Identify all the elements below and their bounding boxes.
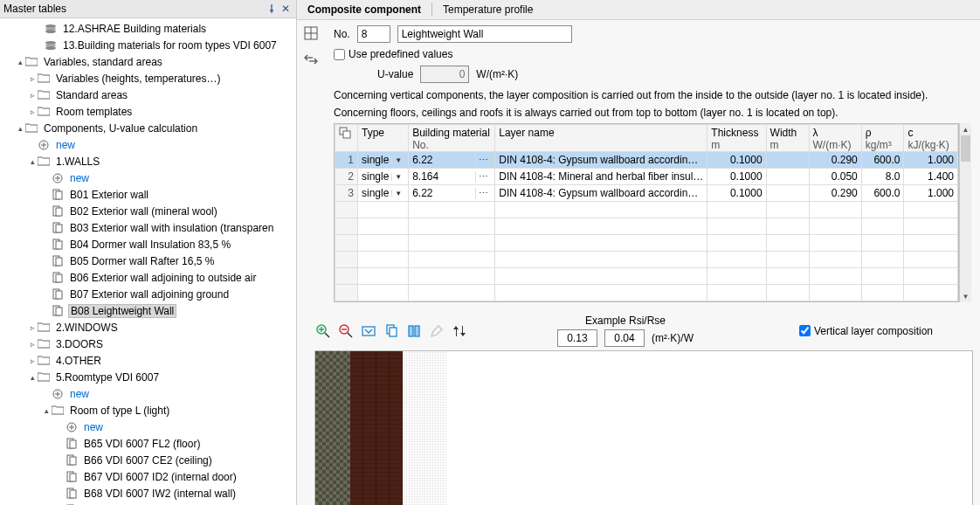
col-header-lambda[interactable]: λW/(m·K)	[809, 125, 861, 152]
cell-type[interactable]: single▼	[358, 169, 409, 185]
tree-item[interactable]: ▹4.OTHER	[0, 352, 296, 369]
tree-item[interactable]: ▴Components, U-value calculation	[0, 120, 296, 136]
tree-item[interactable]: B04 Dormer wall Insulation 83,5 %	[0, 236, 296, 252]
zoom-out-icon[interactable]	[337, 322, 355, 340]
tree-item[interactable]: B66 VDI 6007 CE2 (ceiling)	[0, 452, 296, 468]
expand-caret[interactable]: ▹	[28, 107, 37, 116]
tree-item[interactable]: new	[0, 136, 296, 153]
tree-item[interactable]: 12.ASHRAE Building materials	[0, 20, 296, 37]
cell-lambda[interactable]: 0.290	[809, 152, 861, 169]
tree-item[interactable]: B03 Exterior wall with insulation (trans…	[0, 219, 296, 236]
expand-caret[interactable]: ▹	[28, 74, 37, 83]
col-header-type[interactable]: Type	[358, 125, 409, 152]
cell-building-material[interactable]: 6.22⋯	[409, 152, 495, 169]
tree-item[interactable]: 13.Building materials for room types VDI…	[0, 37, 296, 53]
cell-width[interactable]	[766, 152, 809, 169]
col-header-thickness[interactable]: Thicknessm	[707, 125, 766, 152]
expand-caret[interactable]: ▴	[16, 58, 24, 66]
swap-icon[interactable]	[301, 50, 321, 69]
cell-lambda[interactable]: 0.050	[809, 169, 861, 185]
expand-caret[interactable]: ▴	[42, 406, 51, 415]
table-row-empty[interactable]	[335, 252, 958, 268]
cell-thickness[interactable]: 0.1000	[707, 185, 766, 202]
cell-rho[interactable]: 600.0	[861, 152, 904, 169]
tree-item[interactable]: ▹Variables (heights, temperatures…)	[0, 70, 296, 86]
lookup-icon[interactable]: ⋯	[475, 155, 491, 166]
tree-item[interactable]: B02 Exterior wall (mineral wool)	[0, 203, 296, 219]
expand-caret[interactable]: ▹	[28, 340, 37, 349]
cell-rho[interactable]: 600.0	[861, 185, 904, 202]
col-header-width[interactable]: Widthm	[766, 125, 809, 152]
tree-item[interactable]: B05 Dormer wall Rafter 16,5 %	[0, 252, 296, 269]
tree-item[interactable]: ▹2.WINDOWS	[0, 319, 296, 336]
tree-item[interactable]: B69 VDI 6007 EW2 (external wall)	[0, 502, 296, 505]
tree-item[interactable]: ▹3.DOORS	[0, 336, 296, 352]
pin-icon[interactable]	[265, 2, 279, 16]
tree-item[interactable]: ▴1.WALLS	[0, 153, 296, 169]
tree-item[interactable]: ▴Variables, standard areas	[0, 53, 296, 70]
tree-item[interactable]: ▹Room templates	[0, 103, 296, 120]
fit-icon[interactable]	[360, 322, 377, 340]
tree-item[interactable]: B67 VDI 6007 ID2 (internal door)	[0, 468, 296, 485]
close-icon[interactable]: ✕	[279, 2, 293, 16]
lookup-icon[interactable]: ⋯	[475, 188, 491, 199]
cell-layer-name[interactable]: DIN 4108-4: Gypsum wallboard accordin…	[495, 152, 707, 169]
table-row-empty[interactable]	[335, 285, 958, 301]
col-header-c[interactable]: ckJ/(kg·K)	[904, 125, 958, 152]
rsi-input[interactable]	[557, 329, 597, 347]
dropdown-arrow-icon[interactable]: ▼	[391, 156, 404, 164]
cell-c[interactable]: 1.000	[904, 185, 958, 202]
table-row-empty[interactable]	[335, 268, 958, 285]
predefined-checkbox[interactable]: Use predefined values	[334, 48, 452, 60]
cell-type[interactable]: single▼	[358, 152, 409, 169]
vertical-layer-checkbox[interactable]: Vertical layer composition	[799, 325, 933, 337]
table-row-empty[interactable]	[335, 235, 958, 252]
tree-item[interactable]: new	[0, 169, 296, 186]
cell-building-material[interactable]: 8.164⋯	[409, 169, 495, 185]
cell-rho[interactable]: 8.0	[861, 169, 904, 185]
cell-thickness[interactable]: 0.1000	[707, 152, 766, 169]
grid-scrollbar[interactable]: ▲ ▼	[959, 123, 971, 302]
table-row-empty[interactable]	[335, 202, 958, 218]
tree-item[interactable]: B65 VDI 6007 FL2 (floor)	[0, 435, 296, 452]
col-header-layer-name[interactable]: Layer name	[495, 125, 707, 152]
col-header-building-material[interactable]: Building materialNo.	[409, 125, 495, 152]
expand-caret[interactable]: ▴	[28, 157, 37, 166]
no-input[interactable]	[357, 25, 390, 43]
layers-grid[interactable]: TypeBuilding materialNo.Layer nameThickn…	[334, 123, 959, 302]
tree-item[interactable]: ▴Room of type L (light)	[0, 402, 296, 419]
expand-caret[interactable]: ▹	[28, 356, 37, 365]
cell-layer-name[interactable]: DIN 4108-4: Mineral and herbal fiber ins…	[495, 169, 707, 185]
dropdown-arrow-icon[interactable]: ▼	[391, 173, 404, 181]
cell-thickness[interactable]: 0.1000	[707, 169, 766, 185]
cell-type[interactable]: single▼	[358, 185, 409, 202]
tree-item[interactable]: new	[0, 385, 296, 402]
tab-temperature-profile[interactable]: Temperature profile	[432, 0, 543, 19]
table-row[interactable]: 1single▼6.22⋯DIN 4108-4: Gypsum wallboar…	[335, 152, 958, 169]
copy-icon[interactable]	[383, 322, 400, 340]
table-row[interactable]: 2single▼8.164⋯DIN 4108-4: Mineral and he…	[335, 169, 958, 185]
cell-c[interactable]: 1.400	[904, 169, 958, 185]
expand-caret[interactable]: ▴	[28, 373, 37, 382]
tab-composite-component[interactable]: Composite component	[297, 0, 431, 19]
name-input[interactable]	[397, 25, 572, 43]
lookup-icon[interactable]: ⋯	[475, 171, 491, 183]
cell-width[interactable]	[766, 169, 809, 185]
col-header-clone[interactable]	[335, 125, 358, 152]
cell-width[interactable]	[766, 185, 809, 202]
cell-layer-name[interactable]: DIN 4108-4: Gypsum wallboard accordin…	[495, 185, 707, 202]
columns-icon[interactable]	[405, 322, 423, 340]
tree-item[interactable]: ▴5.Roomtype VDI 6007	[0, 369, 296, 385]
expand-caret[interactable]: ▹	[28, 91, 37, 100]
tree-item[interactable]: B07 Exterior wall adjoining ground	[0, 286, 296, 302]
sort-icon[interactable]	[451, 322, 468, 340]
expand-caret[interactable]: ▹	[28, 323, 37, 332]
tree-item[interactable]: B68 VDI 6007 IW2 (internal wall)	[0, 485, 296, 502]
tree-item[interactable]: B01 Exterior wall	[0, 186, 296, 203]
toggle-grid-icon[interactable]	[301, 24, 321, 43]
expand-caret[interactable]: ▴	[16, 124, 24, 133]
cell-lambda[interactable]: 0.290	[809, 185, 861, 202]
table-row-empty[interactable]	[335, 218, 958, 235]
dropdown-arrow-icon[interactable]: ▼	[391, 190, 404, 197]
tree-item[interactable]: B08 Leightweight Wall	[0, 302, 296, 319]
